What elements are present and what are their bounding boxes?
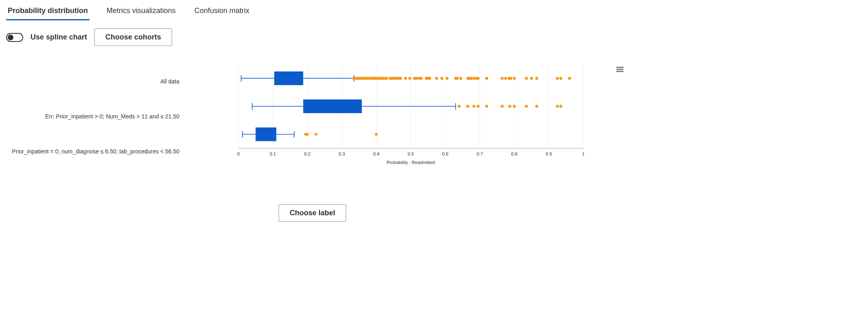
svg-point-105 — [477, 105, 480, 108]
svg-point-107 — [501, 105, 504, 108]
svg-rect-29 — [274, 72, 303, 85]
svg-point-111 — [535, 105, 538, 108]
boxplot-chart: 00.10.20.30.40.50.60.70.80.91Probability… — [6, 64, 619, 199]
svg-point-77 — [456, 77, 459, 80]
choose-cohorts-button[interactable]: Choose cohorts — [94, 28, 172, 46]
svg-point-85 — [485, 77, 488, 80]
svg-point-63 — [399, 77, 402, 80]
svg-rect-101 — [303, 99, 362, 113]
svg-text:0: 0 — [237, 151, 240, 156]
svg-point-78 — [459, 77, 462, 80]
svg-text:0.1: 0.1 — [270, 151, 276, 156]
svg-rect-118 — [255, 127, 276, 141]
spline-chart-toggle-label: Use spline chart — [31, 33, 87, 42]
svg-point-81 — [470, 77, 473, 80]
svg-point-91 — [525, 77, 528, 80]
svg-point-86 — [501, 77, 504, 80]
svg-point-103 — [466, 105, 469, 108]
svg-text:0.3: 0.3 — [339, 151, 345, 156]
svg-point-84 — [477, 77, 480, 80]
svg-point-56 — [385, 77, 388, 80]
choose-label-row: Choose label — [6, 204, 619, 222]
category-label: Err: Prior_Inpatient > 0; Num_Meds > 11 … — [45, 113, 179, 120]
svg-text:0.6: 0.6 — [442, 151, 449, 156]
svg-point-102 — [458, 105, 460, 108]
svg-point-121 — [314, 133, 317, 136]
controls-row: Use spline chart Choose cohorts — [6, 28, 619, 46]
svg-point-106 — [485, 105, 488, 108]
svg-point-93 — [535, 77, 538, 80]
boxplot-svg: 00.10.20.30.40.50.60.70.80.91Probability… — [195, 64, 626, 168]
svg-point-69 — [420, 77, 423, 80]
category-label: All data — [160, 78, 179, 85]
svg-point-73 — [435, 77, 438, 80]
svg-point-74 — [441, 77, 443, 80]
svg-point-112 — [556, 105, 559, 108]
svg-text:0.5: 0.5 — [408, 151, 414, 156]
tabs-row: Probability distribution Metrics visuali… — [6, 0, 619, 20]
svg-text:0.7: 0.7 — [477, 151, 483, 156]
svg-text:0.2: 0.2 — [304, 151, 311, 156]
svg-point-109 — [513, 105, 516, 108]
svg-point-94 — [556, 77, 559, 80]
choose-label-button[interactable]: Choose label — [279, 204, 346, 222]
svg-point-75 — [445, 77, 448, 80]
svg-point-67 — [414, 77, 417, 80]
svg-text:1: 1 — [582, 151, 584, 156]
svg-point-87 — [504, 77, 507, 80]
svg-point-104 — [473, 105, 475, 108]
spline-chart-toggle[interactable] — [6, 33, 23, 42]
svg-text:0.8: 0.8 — [511, 151, 518, 156]
svg-point-108 — [508, 105, 511, 108]
svg-point-90 — [513, 77, 516, 80]
tab-confusion-matrix[interactable]: Confusion matrix — [193, 5, 251, 20]
svg-point-122 — [375, 133, 378, 136]
category-label: Prior_inpatient = 0; num_diagnose ≤ 6.50… — [12, 148, 179, 155]
svg-point-89 — [509, 77, 512, 80]
svg-point-95 — [559, 77, 562, 80]
tab-probability-distribution[interactable]: Probability distribution — [6, 5, 89, 20]
svg-text:Probability : Readmitted: Probability : Readmitted — [387, 160, 435, 165]
svg-point-72 — [428, 77, 431, 80]
svg-point-65 — [408, 77, 411, 80]
tab-metrics-visualizations[interactable]: Metrics visualizations — [105, 5, 177, 20]
svg-text:0.4: 0.4 — [373, 151, 379, 156]
svg-point-120 — [306, 133, 309, 136]
svg-point-110 — [525, 105, 528, 108]
svg-point-64 — [404, 77, 407, 80]
svg-point-92 — [530, 77, 533, 80]
svg-point-96 — [568, 77, 571, 80]
svg-text:0.9: 0.9 — [545, 151, 552, 156]
svg-point-113 — [559, 105, 562, 108]
